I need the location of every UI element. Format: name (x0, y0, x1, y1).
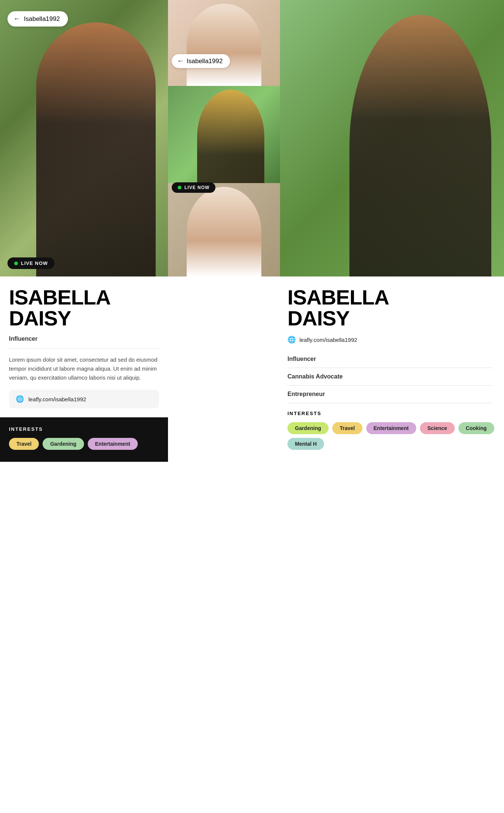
live-dot-left (14, 262, 18, 265)
tags-row-left: Travel Gardening Entertainment (9, 438, 159, 450)
website-box-left[interactable]: 🌐 leafly.com/isabella1992 (9, 390, 159, 408)
hero-image-right (280, 0, 504, 276)
live-dot-middle (178, 186, 181, 189)
username-left: Isabella1992 (24, 15, 60, 23)
panel-left: ← Isabella1992 LIVE NOW ISABELLA DAISY I… (0, 0, 168, 813)
interests-section-left: INTERESTS Travel Gardening Entertainment (0, 417, 168, 462)
tag-travel-left[interactable]: Travel (9, 438, 39, 450)
profile-role-left: Influencer (9, 336, 159, 349)
website-url-right: leafly.com/isabella1992 (299, 337, 357, 343)
profile-content-left: ISABELLA DAISY Influencer Lorem ipsum do… (0, 276, 168, 408)
profile-content-right: ISABELLA DAISY 🌐 leafly.com/isabella1992… (280, 276, 504, 403)
tag-gardening-right[interactable]: Gardening (287, 422, 329, 434)
tags-row-right: Gardening Travel Entertainment Science C… (280, 422, 504, 461)
live-badge-middle: LIVE NOW (172, 182, 215, 193)
middle-images (168, 0, 280, 276)
mid-image-bot (168, 183, 280, 276)
interests-title-left: INTERESTS (9, 426, 159, 432)
profile-name-right: ISABELLA DAISY (287, 287, 493, 329)
mid-image-mid (168, 86, 280, 183)
mid-image-top (168, 0, 280, 86)
interests-section-right: INTERESTS (280, 403, 504, 416)
tag-entertainment-left[interactable]: Entertainment (88, 438, 138, 450)
live-badge-left: LIVE NOW (7, 257, 55, 269)
tag-cooking-right[interactable]: Cooking (458, 422, 494, 434)
profile-name-left: ISABELLA DAISY (9, 287, 159, 329)
live-label-left: LIVE NOW (21, 260, 48, 266)
tag-travel-right[interactable]: Travel (332, 422, 362, 434)
back-arrow-middle[interactable]: ← (177, 57, 184, 65)
back-header-left[interactable]: ← Isabella1992 (7, 11, 68, 27)
role-entrepreneur: Entrepreneur (287, 386, 493, 403)
tag-entertainment-right[interactable]: Entertainment (366, 422, 416, 434)
globe-icon-right: 🌐 (287, 336, 296, 344)
role-cannabis: Cannabis Advocate (287, 368, 493, 386)
website-inline-right[interactable]: 🌐 leafly.com/isabella1992 (287, 336, 493, 344)
panel-right: ISABELLA DAISY 🌐 leafly.com/isabella1992… (280, 0, 504, 813)
tag-gardening-left[interactable]: Gardening (43, 438, 84, 450)
role-influencer: Influencer (287, 350, 493, 368)
tag-mental-right[interactable]: Mental H (287, 438, 324, 450)
interests-title-right: INTERESTS (287, 411, 497, 416)
live-label-middle: LIVE NOW (184, 185, 209, 190)
website-url-left: leafly.com/isabella1992 (28, 396, 86, 402)
back-header-middle[interactable]: ← Isabella1992 (172, 54, 230, 68)
tag-science-right[interactable]: Science (420, 422, 455, 434)
profile-bio-left: Lorem ipsum dolor sit amet, consectetur … (9, 355, 159, 382)
back-arrow-left[interactable]: ← (13, 15, 20, 23)
globe-icon-left: 🌐 (16, 395, 24, 403)
panel-middle: ← Isabella1992 LIVE NOW (168, 0, 280, 813)
hero-image-left: ← Isabella1992 LIVE NOW (0, 0, 168, 276)
username-middle: Isabella1992 (187, 58, 223, 65)
